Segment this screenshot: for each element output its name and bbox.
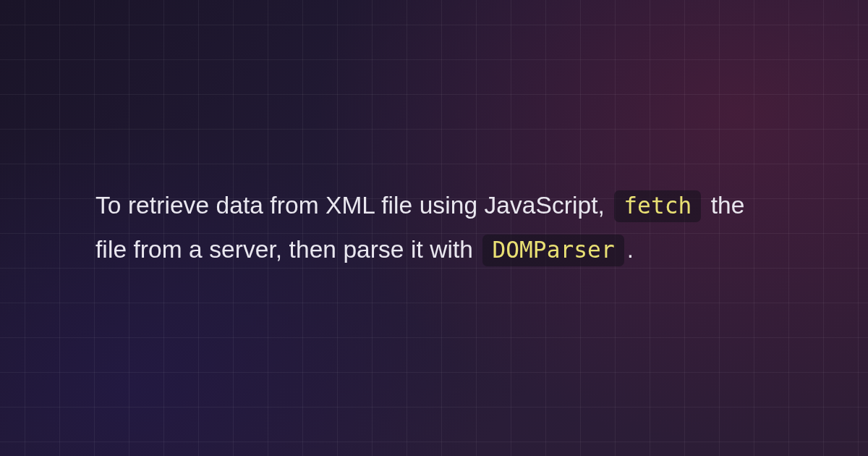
paragraph: To retrieve data from XML file using Jav… [0,184,868,272]
text-segment-1: To retrieve data from XML file using Jav… [95,192,611,219]
text-segment-3: . [627,236,634,263]
code-fetch: fetch [614,190,701,222]
code-domparser: DOMParser [482,235,624,266]
